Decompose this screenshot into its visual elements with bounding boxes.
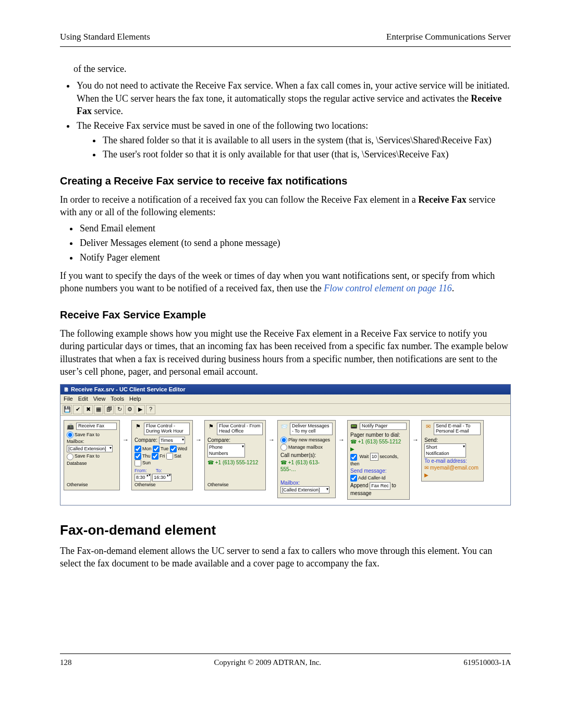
deliver-icon: 📨 [280, 423, 288, 430]
b2-day-tue[interactable] [153, 446, 160, 452]
sub-bullets: The shared folder so that it is availabl… [77, 134, 511, 161]
bullet-0: You do not need to activate the Receive … [76, 79, 511, 117]
b6-addr: myemail@email.com [430, 465, 479, 471]
b6-title: Send E-mail - To Personal E-mail [434, 423, 481, 435]
tb-gear-icon[interactable]: ⚙ [125, 405, 134, 414]
editor-toolbar: 💾 ✔ ✖ ▦ 🗐 ↻ ⚙ ▶ ? [60, 404, 510, 416]
block-notify-pager[interactable]: 📟 Notify Pager Pager number to dial: ☎ +… [347, 420, 410, 500]
b4-opt-manage[interactable] [280, 444, 287, 451]
tb-help-icon[interactable]: ? [146, 405, 155, 414]
b4-phone: +1 (613) 613-555-… [280, 460, 320, 473]
tb-grid-icon[interactable]: ▦ [94, 405, 103, 414]
b2-day-wed[interactable] [170, 446, 177, 452]
b1-radio-mailbox[interactable] [67, 431, 74, 438]
p-create: In order to receive a notification of a … [60, 193, 511, 219]
tb-play-icon[interactable]: ▶ [136, 405, 145, 414]
tb-refresh-icon[interactable]: ↻ [115, 405, 124, 414]
b4-opt-play[interactable] [280, 437, 287, 443]
menu-file[interactable]: File [64, 395, 73, 403]
page-header: Using Standard Elements Enterprise Commu… [60, 31, 511, 47]
ftr-mid: Copyright © 2009 ADTRAN, Inc. [214, 657, 322, 668]
b2-day-thu[interactable] [134, 453, 141, 460]
connector-icon: → [196, 420, 201, 444]
flow-icon: ⚑ [207, 423, 215, 430]
service-editor-figure: 🗎 Receive Fax.srv - UC Client Service Ed… [60, 384, 511, 505]
pager-icon: 📟 [350, 423, 358, 430]
b2-day-sat[interactable] [166, 453, 173, 460]
b1-otherwise: Otherwise [67, 482, 88, 488]
sub-bullet-0: The shared folder so that it is availabl… [102, 134, 511, 146]
phone-icon: ☎ [280, 460, 287, 465]
phone-icon: ☎ [207, 460, 214, 465]
top-bullets: You do not need to activate the Receive … [60, 79, 511, 161]
b4-mailbox-label: Mailbox: [280, 479, 333, 487]
b5-pager: +1 (613) 555-1212 [358, 439, 401, 445]
b3-title: Flow Control - From Head Office [217, 423, 263, 435]
editor-canvas: 📠 Receive Fax Save Fax to Mailbox: [Call… [60, 416, 510, 505]
b2-otherwise: Otherwise [134, 482, 156, 488]
ftr-right: 619510003-1A [463, 657, 511, 668]
menu-view[interactable]: View [93, 395, 106, 403]
b5-wait-check[interactable] [350, 454, 357, 461]
block-flow-headoffice[interactable]: ⚑ Flow Control - From Head Office Compar… [204, 420, 266, 490]
block-receive-fax[interactable]: 📠 Receive Fax Save Fax to Mailbox: [Call… [64, 420, 120, 490]
b2-day-mon[interactable] [134, 446, 141, 452]
menu-edit[interactable]: Edit [78, 395, 88, 403]
connector-icon: → [413, 420, 418, 444]
b4-title: Deliver Messages - To my cell [290, 423, 333, 435]
heading-fax-on-demand: Fax-on-demand element [60, 521, 511, 539]
mail-icon: ✉ [424, 423, 432, 430]
play-icon[interactable]: ▶ [350, 446, 354, 452]
element-0: Send Email element [79, 222, 511, 235]
b6-addr-label: To e-mail address: [424, 458, 481, 465]
flow-control-link[interactable]: Flow control element on page 116 [324, 283, 451, 293]
bullet-locations: The Receive Fax service must be saved in… [76, 119, 511, 161]
heading-example: Receive Fax Service Example [60, 308, 511, 322]
mail-to-icon: ✉ [424, 465, 429, 471]
tb-copy-icon[interactable]: 🗐 [104, 405, 114, 414]
intro-tail: of the service. [74, 63, 511, 75]
hdr-left: Using Standard Elements [60, 31, 150, 43]
editor-menubar: File Edit View Tools Help [60, 394, 510, 404]
menu-tools[interactable]: Tools [111, 395, 124, 403]
sub-bullet-1: The user's root folder so that it is onl… [102, 148, 511, 161]
ftr-page: 128 [60, 657, 72, 668]
p-flowcontrol: If you want to specify the days of the w… [60, 269, 511, 295]
editor-titlebar: 🗎 Receive Fax.srv - UC Client Service Ed… [60, 385, 510, 394]
b2-compare-select[interactable]: Times [159, 437, 185, 444]
b4-mailbox-select[interactable]: [Called Extension] [280, 486, 329, 493]
b5-pager-label: Pager number to dial: [350, 431, 407, 439]
tb-check-icon[interactable]: ✔ [73, 405, 82, 414]
b3-phone: +1 (613) 555-1212 [215, 460, 259, 465]
b2-day-fri[interactable] [152, 453, 158, 460]
b1-mailbox-select[interactable]: [Called Extension] [67, 445, 113, 452]
b2-from-time[interactable]: 8:30 [134, 474, 151, 481]
b5-add-caller[interactable] [350, 475, 357, 482]
connector-icon: → [123, 420, 128, 444]
b1-title: Receive Fax [76, 423, 117, 430]
tb-save-icon[interactable]: 💾 [63, 405, 72, 414]
b2-day-sun[interactable] [134, 460, 141, 466]
b3-compare-select[interactable]: Phone Numbers [207, 443, 245, 457]
play-icon[interactable]: ▶ [424, 472, 429, 478]
fax-icon: 📠 [67, 423, 74, 430]
b6-send-select[interactable]: Short Notification [424, 443, 466, 457]
phone-icon: ☎ [350, 439, 357, 445]
b1-radio-db[interactable] [67, 453, 74, 460]
b2-to-time[interactable]: 16:30 [152, 474, 172, 481]
tb-cancel-icon[interactable]: ✖ [83, 405, 93, 414]
block-send-email[interactable]: ✉ Send E-mail - To Personal E-mail Send:… [421, 420, 484, 482]
block-flow-workhour[interactable]: ⚑ Flow Control - During Work Hour Compar… [131, 420, 193, 490]
p-example: The following example shows how you migh… [60, 327, 511, 378]
page-footer: 128 Copyright © 2009 ADTRAN, Inc. 619510… [60, 653, 511, 668]
flow-icon: ⚑ [134, 423, 142, 430]
b5-append-value[interactable]: Fax Rec [370, 482, 390, 489]
p-fax-on-demand: The Fax-on-demand element allows the UC … [60, 545, 511, 570]
connector-icon: → [339, 420, 344, 444]
block-deliver-messages[interactable]: 📨 Deliver Messages - To my cell Play new… [277, 420, 336, 498]
menu-help[interactable]: Help [129, 395, 141, 403]
b5-send-label: Send message: [350, 467, 407, 475]
heading-creating: Creating a Receive Fax service to receiv… [60, 174, 511, 188]
b2-title: Flow Control - During Work Hour [144, 423, 190, 435]
b5-wait-secs[interactable]: 10 [370, 453, 378, 460]
